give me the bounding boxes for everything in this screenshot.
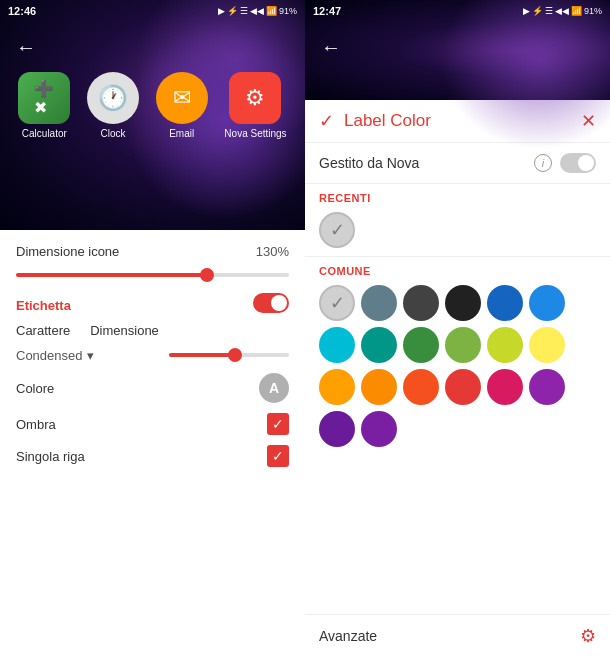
calculator-icon: ➕✖ (18, 72, 70, 124)
ombra-row: Ombra ✓ (16, 413, 289, 435)
gestito-label: Gestito da Nova (319, 155, 419, 171)
ombra-label: Ombra (16, 417, 56, 432)
color-yellow[interactable] (529, 327, 565, 363)
left-panel: 12:46 ▶ ⚡ ☰ ◀◀ 📶 91% ← ➕✖ Calculator (0, 0, 305, 657)
condensed-slider-thumb[interactable] (228, 348, 242, 362)
status-time-left: 12:46 (8, 5, 36, 17)
colore-row: Colore A (16, 373, 289, 403)
dimensione-slider-thumb[interactable] (200, 268, 214, 282)
nova-settings-icon: ⚙ (229, 72, 281, 124)
gestito-row: Gestito da Nova i (305, 143, 610, 183)
dimensione-slider-fill (16, 273, 207, 277)
color-blue[interactable] (529, 285, 565, 321)
left-settings: Dimensione icone 130% Etichetta Caratter… (0, 230, 305, 657)
status-icons-left: ▶ ⚡ ☰ ◀◀ 📶 91% (218, 6, 297, 16)
comune-color-grid: ✓ (305, 281, 610, 455)
header-left: ✓ Label Color (319, 110, 431, 132)
color-pink[interactable] (487, 369, 523, 405)
etichetta-title: Etichetta (16, 298, 71, 313)
etichetta-toggle[interactable] (253, 293, 289, 313)
dimensione-slider[interactable] (16, 273, 289, 277)
clock-label: Clock (100, 128, 125, 139)
gestito-toggle[interactable] (560, 153, 596, 173)
condensed-arrow: ▾ (87, 348, 94, 363)
email-icon: ✉ (156, 72, 208, 124)
condensed-label: Condensed (16, 348, 83, 363)
avanzate-label: Avanzate (319, 628, 377, 644)
colore-label: Colore (16, 381, 54, 396)
dimensione-label: Dimensione (90, 323, 159, 338)
avanzate-row[interactable]: Avanzate ⚙ (305, 614, 610, 657)
color-cyan[interactable] (319, 327, 355, 363)
singola-riga-row: Singola riga ✓ (16, 445, 289, 467)
app-item-clock[interactable]: 🕐 Clock (87, 72, 139, 139)
info-icon[interactable]: i (534, 154, 552, 172)
app-item-nova[interactable]: ⚙ Nova Settings (224, 72, 286, 139)
color-purple[interactable] (529, 369, 565, 405)
clock-icon: 🕐 (87, 72, 139, 124)
recenti-color-grid: ✓ (305, 208, 610, 256)
color-black[interactable] (445, 285, 481, 321)
color-grey-light[interactable]: ✓ (319, 285, 355, 321)
status-icons-right: ▶ ⚡ ☰ ◀◀ 📶 91% (523, 6, 602, 16)
color-dark-grey[interactable] (403, 285, 439, 321)
app-item-email[interactable]: ✉ Email (156, 72, 208, 139)
label-color-title: Label Color (344, 111, 431, 131)
confirm-check-icon[interactable]: ✓ (319, 110, 334, 132)
check-icon: ✓ (330, 219, 345, 241)
singola-riga-label: Singola riga (16, 449, 85, 464)
right-panel: 12:47 ▶ ⚡ ☰ ◀◀ 📶 91% ← ✓ Label Color ✕ G… (305, 0, 610, 657)
singola-riga-checkbox[interactable]: ✓ (267, 445, 289, 467)
recenti-title: RECENTI (305, 184, 610, 208)
ombra-checkbox[interactable]: ✓ (267, 413, 289, 435)
condensed-slider-fill (169, 353, 235, 357)
left-wallpaper: 12:46 ▶ ⚡ ☰ ◀◀ 📶 91% ← ➕✖ Calculator (0, 0, 305, 230)
dimensione-icone-row: Dimensione icone 130% (16, 244, 289, 259)
dimensione-icone-value: 130% (256, 244, 289, 259)
email-label: Email (169, 128, 194, 139)
color-deep-purple[interactable] (319, 411, 355, 447)
recenti-color-0[interactable]: ✓ (319, 212, 355, 248)
etichetta-row: Etichetta (16, 293, 289, 313)
color-violet[interactable] (361, 411, 397, 447)
check-icon: ✓ (330, 292, 345, 314)
condensed-container: Condensed ▾ (16, 348, 94, 363)
font-row: Carattere Dimensione (16, 323, 289, 338)
status-bar-left: 12:46 ▶ ⚡ ☰ ◀◀ 📶 91% (0, 0, 305, 22)
app-item-calculator[interactable]: ➕✖ Calculator (18, 72, 70, 139)
carattere-label: Carattere (16, 323, 70, 338)
color-teal[interactable] (361, 327, 397, 363)
color-green[interactable] (403, 327, 439, 363)
dimensione-icone-label: Dimensione icone (16, 244, 119, 259)
color-lime[interactable] (487, 327, 523, 363)
condensed-row: Condensed ▾ (16, 348, 289, 363)
color-amber[interactable] (319, 369, 355, 405)
back-arrow-right[interactable]: ← (313, 28, 349, 67)
calculator-label: Calculator (22, 128, 67, 139)
color-red[interactable] (445, 369, 481, 405)
status-bar-right: 12:47 ▶ ⚡ ☰ ◀◀ 📶 91% (305, 0, 610, 22)
color-dark-blue[interactable] (487, 285, 523, 321)
condensed-slider-track (169, 353, 289, 357)
right-wallpaper: 12:47 ▶ ⚡ ☰ ◀◀ 📶 91% ← (305, 0, 610, 100)
color-deep-orange[interactable] (403, 369, 439, 405)
avanzate-sliders-icon[interactable]: ⚙ (580, 625, 596, 647)
nova-settings-label: Nova Settings (224, 128, 286, 139)
comune-title: COMUNE (305, 257, 610, 281)
condensed-slider[interactable] (169, 353, 289, 357)
app-icons-row: ➕✖ Calculator 🕐 Clock ✉ Email ⚙ (0, 52, 305, 149)
dimensione-slider-track (16, 273, 289, 277)
gestito-right: i (534, 153, 596, 173)
status-time-right: 12:47 (313, 5, 341, 17)
color-blue-grey[interactable] (361, 285, 397, 321)
color-orange[interactable] (361, 369, 397, 405)
colore-picker[interactable]: A (259, 373, 289, 403)
color-light-green[interactable] (445, 327, 481, 363)
